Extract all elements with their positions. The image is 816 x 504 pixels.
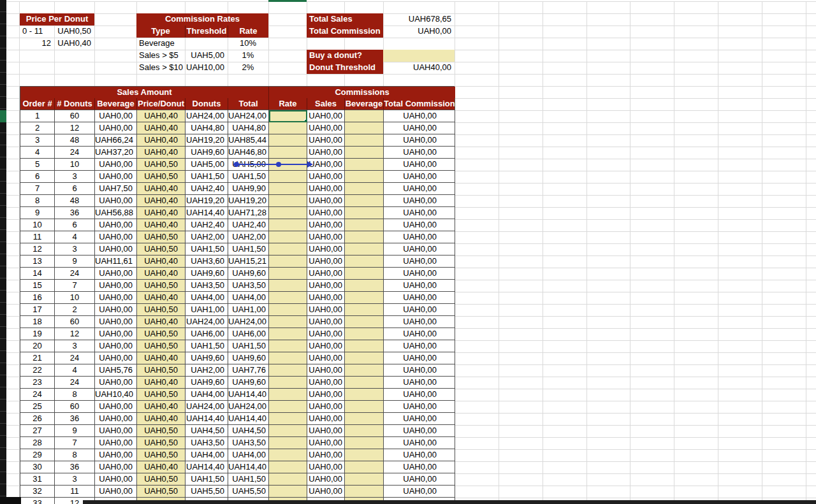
- cell-r27-c5[interactable]: UAH4,50: [228, 425, 269, 437]
- cell-r19-c2[interactable]: UAH0,00: [95, 328, 137, 340]
- cell-r24-c4[interactable]: UAH4,00: [186, 389, 228, 401]
- cell-r21-c6[interactable]: [269, 352, 307, 364]
- cell-r28-c9[interactable]: UAH0,00: [384, 437, 455, 449]
- cell-r7-c3[interactable]: UAH0,40: [137, 183, 186, 195]
- cell-r4-c3[interactable]: UAH0,40: [137, 147, 186, 159]
- cell-r15-c8[interactable]: [345, 280, 384, 292]
- cell-r8-c4[interactable]: UAH19,20: [186, 195, 228, 207]
- cell-r8-c7[interactable]: UAH0,00: [307, 195, 345, 207]
- cell-r24-c0[interactable]: 24: [20, 389, 55, 401]
- cell-r12-c1[interactable]: 3: [55, 243, 95, 256]
- cell-r14-c3[interactable]: UAH0,40: [137, 268, 186, 280]
- cell-r12-c2[interactable]: UAH0,00: [95, 243, 137, 256]
- cell-r11-c7[interactable]: UAH0,00: [307, 231, 345, 243]
- cell-r13-c5[interactable]: UAH15,21: [228, 256, 269, 268]
- cell-r14-c2[interactable]: UAH0,00: [95, 268, 137, 280]
- cell-r12-c8[interactable]: [345, 243, 384, 256]
- cell-r11-c4[interactable]: UAH2,00: [186, 231, 228, 243]
- cell-r17-c9[interactable]: UAH0,00: [384, 304, 455, 316]
- cell-r11-c5[interactable]: UAH2,00: [228, 231, 269, 243]
- cell-r26-c2[interactable]: UAH0,00: [95, 413, 137, 425]
- cell-r2-c1[interactable]: 12: [55, 122, 95, 134]
- commission-header-rate[interactable]: Rate: [228, 25, 268, 38]
- total-sales-value[interactable]: UAH678,65: [383, 13, 455, 25]
- col-header-3[interactable]: Price/Donut: [137, 98, 186, 110]
- cell-r18-c0[interactable]: 18: [20, 316, 55, 328]
- cell-r23-c4[interactable]: UAH9,60: [186, 377, 228, 389]
- cell-r2-c9[interactable]: UAH0,00: [384, 122, 455, 134]
- cell-r11-c3[interactable]: UAH0,50: [137, 231, 186, 243]
- cell-r27-c8[interactable]: [345, 425, 384, 437]
- cell-r22-c1[interactable]: 4: [55, 364, 95, 377]
- cell-r13-c3[interactable]: UAH0,40: [137, 256, 186, 268]
- cell-r16-c8[interactable]: [345, 292, 384, 304]
- cell-r2-c5[interactable]: UAH4,80: [228, 122, 269, 134]
- cell-r3-c4[interactable]: UAH19,20: [186, 134, 228, 147]
- cell-r5-c3[interactable]: UAH0,50: [137, 159, 186, 171]
- cell-r25-c6[interactable]: [269, 401, 307, 413]
- cell-r9-c7[interactable]: UAH0,00: [307, 207, 345, 219]
- cell-r6-c3[interactable]: UAH0,50: [137, 171, 186, 183]
- cell-r19-c4[interactable]: UAH6,00: [186, 328, 228, 340]
- cell-r28-c1[interactable]: 7: [55, 437, 95, 449]
- cell-r25-c2[interactable]: UAH0,00: [95, 401, 137, 413]
- cell-r10-c9[interactable]: UAH0,00: [384, 219, 455, 231]
- cell-r3-c9[interactable]: UAH0,00: [384, 134, 455, 147]
- cell-r31-c4[interactable]: UAH1,50: [186, 473, 228, 486]
- cell-r15-c6[interactable]: [269, 280, 307, 292]
- cell-r13-c8[interactable]: [345, 256, 384, 268]
- cell-r6-c6[interactable]: [269, 171, 307, 183]
- cell-r6-c8[interactable]: [345, 171, 384, 183]
- cell-r7-c0[interactable]: 7: [20, 183, 55, 195]
- cell-r16-c1[interactable]: 10: [55, 292, 95, 304]
- commission-rates-title[interactable]: Commission Rates: [136, 13, 268, 25]
- cell-r30-c5[interactable]: UAH14,40: [228, 461, 269, 473]
- col-header-9[interactable]: Total Commission: [384, 98, 455, 110]
- cell-r19-c3[interactable]: UAH0,50: [137, 328, 186, 340]
- cell-r20-c2[interactable]: UAH0,00: [95, 340, 137, 352]
- cell-r10-c3[interactable]: UAH0,40: [137, 219, 186, 231]
- cell-r9-c5[interactable]: UAH71,28: [228, 207, 269, 219]
- cell-r17-c8[interactable]: [345, 304, 384, 316]
- cell-r4-c4[interactable]: UAH9,60: [186, 147, 228, 159]
- cell-r30-c0[interactable]: 30: [20, 461, 55, 473]
- cell-r15-c2[interactable]: UAH0,00: [95, 280, 137, 292]
- commission-threshold-cell[interactable]: UAH10,00: [185, 62, 228, 74]
- cell-r23-c6[interactable]: [269, 377, 307, 389]
- cell-r7-c7[interactable]: UAH0,00: [307, 183, 345, 195]
- cell-r12-c5[interactable]: UAH1,50: [228, 243, 269, 256]
- cell-r21-c3[interactable]: UAH0,40: [137, 352, 186, 364]
- cell-r7-c9[interactable]: UAH0,00: [384, 183, 455, 195]
- cell-r22-c4[interactable]: UAH2,00: [186, 364, 228, 377]
- cell-r22-c2[interactable]: UAH5,76: [95, 364, 137, 377]
- cell-r2-c3[interactable]: UAH0,40: [137, 122, 186, 134]
- cell-r27-c7[interactable]: UAH0,00: [307, 425, 345, 437]
- buy-a-donut-label[interactable]: Buy a donut?: [307, 50, 383, 62]
- cell-r6-c7[interactable]: UAH0,00: [307, 171, 345, 183]
- cell-r12-c6[interactable]: [269, 243, 307, 256]
- cell-r9-c8[interactable]: [345, 207, 384, 219]
- commission-threshold-cell[interactable]: [185, 38, 228, 50]
- cell-r10-c4[interactable]: UAH2,40: [186, 219, 228, 231]
- cell-r16-c7[interactable]: UAH0,00: [307, 292, 345, 304]
- cell-r24-c7[interactable]: UAH0,00: [307, 389, 345, 401]
- cell-r21-c8[interactable]: [345, 352, 384, 364]
- cell-r22-c6[interactable]: [269, 364, 307, 377]
- cell-r23-c2[interactable]: UAH0,00: [95, 377, 137, 389]
- cell-r29-c8[interactable]: [345, 449, 384, 461]
- cell-r28-c0[interactable]: 28: [20, 437, 55, 449]
- cell-r6-c4[interactable]: UAH1,50: [186, 171, 228, 183]
- total-sales-label[interactable]: Total Sales: [307, 13, 383, 25]
- cell-r2-c2[interactable]: UAH0,00: [95, 122, 137, 134]
- cell-r9-c4[interactable]: UAH14,40: [186, 207, 228, 219]
- cell-r30-c7[interactable]: UAH0,00: [307, 461, 345, 473]
- cell-r25-c5[interactable]: UAH24,00: [228, 401, 269, 413]
- cell-r15-c1[interactable]: 7: [55, 280, 95, 292]
- commission-rate-cell[interactable]: 10%: [228, 38, 268, 50]
- cell-r7-c5[interactable]: UAH9,90: [228, 183, 269, 195]
- price-per-donut-title[interactable]: Price Per Donut: [20, 13, 94, 25]
- cell-r1-c5[interactable]: UAH24,00: [228, 110, 269, 122]
- cell-r2-c6[interactable]: [269, 122, 307, 134]
- total-commission-value[interactable]: UAH0,00: [383, 25, 455, 38]
- cell-r25-c4[interactable]: UAH24,00: [186, 401, 228, 413]
